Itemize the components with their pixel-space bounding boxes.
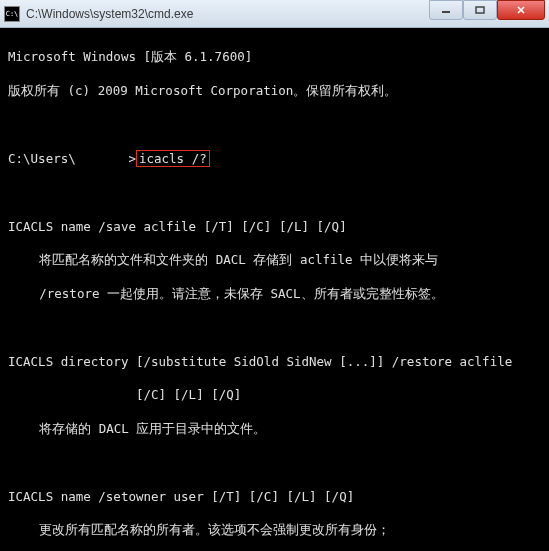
prompt-path: C:\Users\: [8, 151, 76, 166]
help-line: 将存储的 DACL 应用于目录中的文件。: [8, 421, 541, 438]
minimize-button[interactable]: [429, 0, 463, 20]
window-title: C:\Windows\system32\cmd.exe: [26, 7, 429, 21]
maximize-button[interactable]: [463, 0, 497, 20]
terminal-output[interactable]: Microsoft Windows [版本 6.1.7600] 版权所有 (c)…: [0, 28, 549, 551]
help-line: ICACLS name /setowner user [/T] [/C] [/L…: [8, 489, 541, 506]
help-line: ICACLS name /save aclfile [/T] [/C] [/L]…: [8, 219, 541, 236]
svg-rect-1: [476, 7, 484, 13]
help-line: /restore 一起使用。请注意，未保存 SACL、所有者或完整性标签。: [8, 286, 541, 303]
help-line: [/C] [/L] [/Q]: [8, 387, 541, 404]
app-icon: [4, 6, 20, 22]
window-titlebar: C:\Windows\system32\cmd.exe: [0, 0, 549, 28]
command-text: icacls /?: [139, 151, 207, 166]
version-line: Microsoft Windows [版本 6.1.7600]: [8, 49, 541, 66]
help-line: 更改所有匹配名称的所有者。该选项不会强制更改所有身份；: [8, 522, 541, 539]
prompt-line: C:\Users\XXXXXXX>icacls /?: [8, 150, 541, 168]
command-highlight: icacls /?: [136, 150, 210, 167]
help-line: 将匹配名称的文件和文件夹的 DACL 存储到 aclfile 中以便将来与: [8, 252, 541, 269]
help-line: ICACLS directory [/substitute SidOld Sid…: [8, 354, 541, 371]
close-button[interactable]: [497, 0, 545, 20]
prompt-gt: >: [128, 151, 136, 166]
copyright-line: 版权所有 (c) 2009 Microsoft Corporation。保留所有…: [8, 83, 541, 100]
window-controls: [429, 0, 545, 20]
